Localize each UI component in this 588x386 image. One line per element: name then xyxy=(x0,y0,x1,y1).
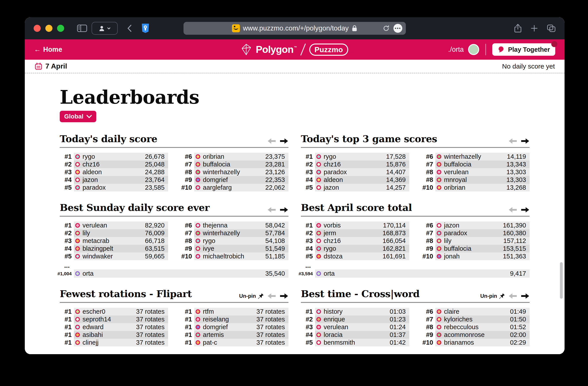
next-page-arrow[interactable] xyxy=(280,206,289,213)
prev-page-arrow[interactable] xyxy=(508,206,517,213)
prev-page-arrow[interactable] xyxy=(267,293,276,299)
leaderboard-row[interactable]: #1domgrief37 rotates xyxy=(180,323,289,331)
leaderboard-row[interactable]: #1rygo26,678 xyxy=(60,153,168,161)
leaderboard-row[interactable]: #1clinejj37 rotates xyxy=(60,339,168,346)
leaderboard-row[interactable]: #10michaeltrobich51,185 xyxy=(180,252,289,260)
leaderboard-row[interactable]: #6claire01:49 xyxy=(421,308,530,315)
leaderboard-row[interactable]: #2chz1615,876 xyxy=(301,161,409,168)
leaderboard-row[interactable]: #8rygo54,108 xyxy=(180,237,289,245)
tab-overview-icon[interactable] xyxy=(547,24,556,32)
browser-window: www.puzzmo.com/+/polygon/today ••• xyxy=(25,17,565,354)
scrollbar-thumb[interactable] xyxy=(560,262,563,299)
leaderboard-row[interactable]: #10jonah151,363 xyxy=(421,252,530,260)
leaderboard-row[interactable]: #9domgrief22,353 xyxy=(180,176,289,184)
leaderboard-row[interactable]: #4rygo162,821 xyxy=(301,245,409,252)
unpin-button[interactable]: Un-pin xyxy=(239,293,264,299)
username-link[interactable]: ./orta xyxy=(448,45,464,54)
puzzmo-wordmark[interactable]: Puzzmo xyxy=(309,43,348,56)
leaderboard-row[interactable]: #3paradox14,407 xyxy=(301,168,409,176)
leaderboard-row[interactable]: #1escher037 rotates xyxy=(60,308,168,315)
leaderboard-row[interactable]: #7buffalocia13,343 xyxy=(421,161,530,168)
home-link[interactable]: ← Home xyxy=(34,45,62,54)
leaderboard-row[interactable]: #2jerm168,873 xyxy=(301,229,409,237)
scope-dropdown[interactable]: Global xyxy=(60,111,96,122)
page-actions-icon[interactable]: ••• xyxy=(394,24,402,33)
leaderboard-row[interactable]: #9acommonrose02:00 xyxy=(421,331,530,339)
password-manager-icon[interactable] xyxy=(141,23,150,33)
next-page-arrow[interactable] xyxy=(280,138,289,144)
prev-page-arrow[interactable] xyxy=(267,138,276,144)
leaderboard-row[interactable]: #7paradox160,380 xyxy=(421,229,530,237)
prev-page-arrow[interactable] xyxy=(508,293,517,299)
leaderboard-row[interactable]: #8mnroyal13,303 xyxy=(421,176,530,184)
leaderboard-row[interactable]: #1seproth1437 rotates xyxy=(60,315,168,323)
leaderboard-row[interactable]: #7winterhazelly57,784 xyxy=(180,229,289,237)
share-icon[interactable] xyxy=(514,24,522,33)
next-page-arrow[interactable] xyxy=(280,293,289,299)
leaderboard-row[interactable]: #5benmsmith01:42 xyxy=(301,339,409,346)
back-button[interactable] xyxy=(127,24,132,32)
leaderboard-row[interactable]: #8lily157,112 xyxy=(421,237,530,245)
leaderboard-row[interactable]: #4loracia01:37 xyxy=(301,331,409,339)
leaderboard-row[interactable]: #8winterhazelly23,126 xyxy=(180,168,289,176)
leaderboard-row[interactable]: #4aldeon14,369 xyxy=(301,176,409,184)
leaderboard-row[interactable]: #3aldeon24,288 xyxy=(60,168,168,176)
leaderboard-row[interactable]: #10brianamos02:29 xyxy=(421,339,530,346)
leaderboard-row[interactable]: #7buffalocia23,281 xyxy=(180,161,289,168)
leaderboard-row[interactable]: #1vorbis170,114 xyxy=(301,222,409,229)
leaderboard-row[interactable]: #9ivye51,549 xyxy=(180,245,289,252)
leaderboard-row[interactable]: #1edward37 rotates xyxy=(60,323,168,331)
current-date[interactable]: 7 April xyxy=(45,62,67,70)
leaderboard-row[interactable]: #6thejenna58,042 xyxy=(180,222,289,229)
profile-menu-button[interactable] xyxy=(92,22,118,35)
reload-icon[interactable] xyxy=(383,25,390,32)
next-page-arrow[interactable] xyxy=(521,293,530,299)
sidebar-toggle-icon[interactable] xyxy=(77,24,87,32)
leaderboard-row[interactable]: #1artemis37 rotates xyxy=(180,331,289,339)
leaderboard-row[interactable]: #2enrique01:23 xyxy=(301,315,409,323)
leaderboard-row[interactable]: #5jazon14,257 xyxy=(301,184,409,191)
leaderboard-row[interactable]: #1history01:03 xyxy=(301,308,409,315)
url-bar[interactable]: www.puzzmo.com/+/polygon/today ••• xyxy=(184,22,406,35)
leaderboard-row[interactable]: #1,004 orta 35,540 xyxy=(60,269,289,278)
leaderboard-row[interactable]: #1reiselang37 rotates xyxy=(180,315,289,323)
new-tab-icon[interactable] xyxy=(530,24,538,32)
leaderboard-row[interactable]: #3metacrab66,718 xyxy=(60,237,168,245)
prev-page-arrow[interactable] xyxy=(267,206,276,213)
zoom-window-button[interactable] xyxy=(57,25,64,32)
leaderboard-row[interactable]: #6jazon161,390 xyxy=(421,222,530,229)
leaderboard-row[interactable]: #5paradox23,585 xyxy=(60,184,168,191)
leaderboard-row[interactable]: #2lily76,009 xyxy=(60,229,168,237)
unpin-button[interactable]: Un-pin xyxy=(480,293,505,299)
next-page-arrow[interactable] xyxy=(521,206,530,213)
minimize-window-button[interactable] xyxy=(45,25,52,32)
leaderboard-row[interactable]: #8verulean13,303 xyxy=(421,168,530,176)
prev-page-arrow[interactable] xyxy=(508,138,517,144)
leaderboard-row[interactable]: #4blazingpelt63,515 xyxy=(60,245,168,252)
avatar xyxy=(196,154,200,159)
leaderboard-row[interactable]: #3chz16166,054 xyxy=(301,237,409,245)
next-page-arrow[interactable] xyxy=(521,138,530,144)
leaderboard-row[interactable]: #1rygo17,528 xyxy=(301,153,409,161)
leaderboard-row[interactable]: #1pat-c37 rotates xyxy=(180,339,289,346)
leaderboard-row[interactable]: #10aarglefarg22,062 xyxy=(180,184,289,191)
leaderboard-row[interactable]: #1asibahi37 rotates xyxy=(60,331,168,339)
leaderboard-row[interactable]: #10oribrian13,268 xyxy=(421,184,530,191)
avatar[interactable] xyxy=(468,44,479,55)
leaderboard-row[interactable]: #6oribrian23,375 xyxy=(180,153,289,161)
leaderboard-row[interactable]: #1verulean82,920 xyxy=(60,222,168,229)
leaderboard-row[interactable]: #5dstoza161,691 xyxy=(301,252,409,260)
leaderboard-row[interactable]: #5windwaker59,665 xyxy=(60,252,168,260)
leaderboard-row[interactable]: #6winterhazelly14,119 xyxy=(421,153,530,161)
leaderboard-row[interactable]: #4jazon23,764 xyxy=(60,176,168,184)
leaderboard-row[interactable]: #1rtfm37 rotates xyxy=(180,308,289,315)
play-together-button[interactable]: Play Together xyxy=(492,43,555,56)
leaderboard-row[interactable]: #7kyloriches01:50 xyxy=(421,315,530,323)
leaderboard-row[interactable]: #9buffalocia153,515 xyxy=(421,245,530,252)
avatar xyxy=(437,223,441,228)
leaderboard-row[interactable]: #8rebecculous01:52 xyxy=(421,323,530,331)
leaderboard-row[interactable]: #3verulean01:24 xyxy=(301,323,409,331)
close-window-button[interactable] xyxy=(34,25,41,32)
leaderboard-row[interactable]: #3,594 orta 9,417 xyxy=(301,269,530,278)
leaderboard-row[interactable]: #2chz1625,048 xyxy=(60,161,168,168)
